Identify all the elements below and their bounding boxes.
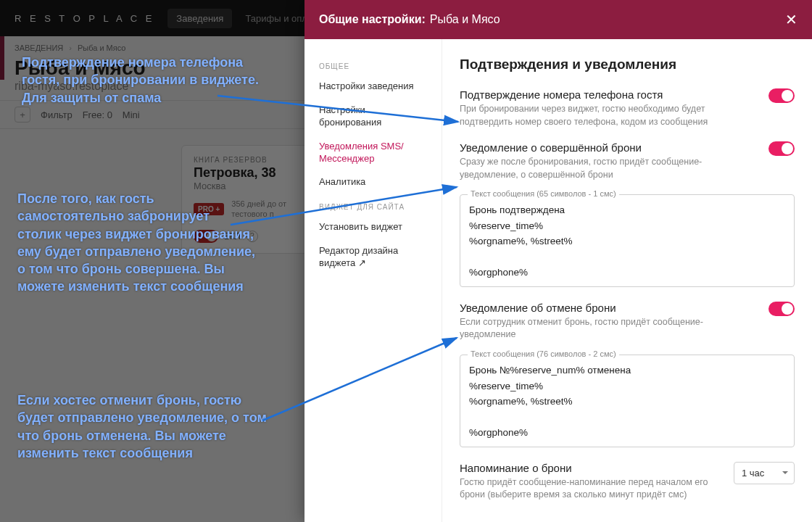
setting-title: Уведомление об отмене брони [460,302,757,314]
close-icon[interactable]: ✕ [785,11,798,28]
annotation-1: Подтверждение номера телефона гостя, при… [22,54,261,107]
setting-desc: При бронировании через виджет, гостю нео… [460,103,757,128]
reminder-time-select[interactable]: 1 час [734,462,795,484]
setting-desc: Сразу же после бронирования, гостю придё… [460,156,757,181]
setting-title: Уведомление о совершённой брони [460,141,757,154]
sidebar-item-widget-editor[interactable]: Редактор дизайна виджета ↗ [304,239,442,276]
annotation-2: После того, как гость самостоятельно заб… [17,190,257,296]
setting-cancel-notice: Уведомление об отмене брони Если сотрудн… [460,302,795,341]
setting-title: Подтверждение номера телефона гостя [460,88,757,101]
annotation-3: Если хостес отменит бронь, гостю будет о… [17,392,278,462]
toggle-cancel-notice[interactable] [768,302,795,316]
setting-desc: Если сотрудник отменит бронь, гостю прид… [460,316,757,341]
field-body[interactable]: Бронь №%reserve_num% отменена %reserve_t… [469,362,785,441]
sidebar-section-widget: ВИДЖЕТ ДЛЯ САЙТА [304,199,442,215]
modal-content: Подтверждения и уведомления Подтверждени… [442,39,812,522]
setting-reminder: Напоминание о брони Гостю придёт сообщен… [460,462,795,502]
sidebar-item-booking-settings[interactable]: Настройки бронирования [304,99,442,135]
field-body[interactable]: Бронь подтверждена %reserve_time% %orgna… [469,202,785,281]
field-legend: Текст сообщения (76 символов - 2 смс) [468,349,619,358]
sidebar-item-install-widget[interactable]: Установить виджет [304,215,442,239]
setting-desc: Гостю придёт сообщение-напоминание перед… [460,476,722,502]
sidebar-item-notifications[interactable]: Уведомления SMS/Мессенджер [304,135,442,171]
toggle-booked-notice[interactable] [768,141,795,156]
settings-modal: Общие настройки: Рыба и Мясо ✕ ОБЩЕЕ Нас… [304,0,812,522]
modal-header-label: Общие настройки: [319,13,426,26]
modal-header-name: Рыба и Мясо [430,13,500,26]
sidebar-section-general: ОБЩЕЕ [304,58,442,75]
modal-header: Общие настройки: Рыба и Мясо ✕ [304,0,812,39]
content-title: Подтверждения и уведомления [460,57,795,72]
modal-sidebar: ОБЩЕЕ Настройки заведения Настройки брон… [304,39,442,522]
toggle-phone-confirm[interactable] [768,88,795,103]
sidebar-item-venue-settings[interactable]: Настройки заведения [304,75,442,99]
sms-text-cancel[interactable]: Текст сообщения (76 символов - 2 смс) Бр… [460,355,795,447]
sms-text-booked[interactable]: Текст сообщения (65 символов - 1 смс) Бр… [460,194,795,287]
setting-booked-notice: Уведомление о совершённой брони Сразу же… [460,141,795,181]
setting-phone-confirm: Подтверждение номера телефона гостя При … [460,88,795,128]
setting-title: Напоминание о брони [460,462,722,474]
sidebar-item-analytics[interactable]: Аналитика [304,170,442,194]
field-legend: Текст сообщения (65 символов - 1 смс) [468,189,619,198]
